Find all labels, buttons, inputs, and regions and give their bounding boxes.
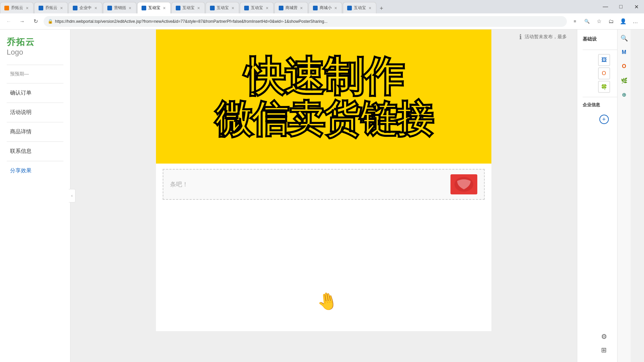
- input-placeholder-text: 条吧！: [170, 180, 450, 188]
- nav-divider-4: [7, 122, 63, 122]
- tab-3-favicon: [73, 6, 77, 10]
- tab-8-favicon: [244, 6, 249, 10]
- reader-button[interactable]: ≡: [570, 16, 580, 27]
- tab-4[interactable]: 营销括 ×: [103, 2, 137, 13]
- tab-2[interactable]: 乔拓云 ×: [34, 2, 68, 13]
- tab-6-favicon: [176, 6, 180, 10]
- right-icon-1[interactable]: 🖼: [598, 54, 610, 66]
- browser-ext-2[interactable]: O: [618, 60, 630, 72]
- tab-bar: 乔拓云 × 乔拓云 × 企业中 × 营销括 ×: [0, 0, 644, 13]
- nav-divider-6: [7, 161, 63, 161]
- address-actions: ≡ 🔍 ☆ 🗂 👤 …: [570, 16, 641, 27]
- red-button-icon: [454, 176, 474, 193]
- tab-6-close[interactable]: ×: [197, 5, 201, 11]
- browser-search-icon[interactable]: 🔍: [618, 32, 630, 44]
- zoom-button[interactable]: 🔍: [582, 16, 592, 27]
- tab-8[interactable]: 互动宝 ×: [240, 2, 273, 13]
- new-tab-button[interactable]: +: [377, 4, 386, 13]
- tab-7-close[interactable]: ×: [231, 5, 235, 11]
- nav-item-3[interactable]: 商品详情: [0, 124, 70, 140]
- tab-2-close[interactable]: ×: [59, 5, 63, 11]
- minimize-button[interactable]: —: [598, 0, 613, 13]
- tab-7-favicon: [210, 6, 215, 10]
- tab-1[interactable]: 乔拓云 ×: [0, 2, 34, 13]
- nav-divider-1: [7, 65, 63, 65]
- status-bar: ℹ 活动暂未发布，最多: [516, 29, 570, 44]
- tab-1-close[interactable]: ×: [25, 5, 29, 11]
- right-icon-3[interactable]: 🍀: [598, 81, 610, 93]
- browser-ext-1[interactable]: M: [618, 46, 630, 58]
- back-button[interactable]: ←: [3, 16, 14, 27]
- nav-item-1[interactable]: 确认订单: [0, 85, 70, 101]
- tab-9-favicon: [279, 6, 283, 10]
- browser-window: 乔拓云 × 乔拓云 × 企业中 × 营销括 ×: [0, 0, 644, 362]
- nav-item-5[interactable]: 分享效果: [0, 163, 70, 179]
- nav-item-2[interactable]: 活动说明: [0, 104, 70, 121]
- nav-divider-5: [7, 141, 63, 142]
- browser-ext-3[interactable]: 🌿: [618, 74, 630, 86]
- banner-line1: 快速制作: [215, 54, 432, 99]
- tab-8-title: 互动宝: [251, 5, 263, 11]
- tab-10[interactable]: 商城小 ×: [309, 2, 342, 13]
- logo-container: 乔拓云: [7, 36, 63, 48]
- right-icon-2[interactable]: O: [598, 67, 610, 79]
- tab-11-favicon: [347, 6, 352, 10]
- tab-2-title: 乔拓云: [45, 5, 57, 11]
- url-bar[interactable]: 🔒 https://hdm.webportal.top/version2/edi…: [44, 16, 567, 27]
- tabs-container: 乔拓云 × 乔拓云 × 企业中 × 营销括 ×: [0, 2, 598, 13]
- nav-item-0[interactable]: 预预期—: [0, 66, 70, 82]
- red-button[interactable]: [450, 174, 477, 194]
- close-button[interactable]: ✕: [629, 0, 644, 13]
- info-icon: ℹ: [519, 33, 522, 41]
- main-content: 乔拓云 Logo 预预期— 确认订单 活动说明 商品详情 联系信息 分享效果 ‹: [0, 29, 631, 362]
- input-row: 条吧！: [163, 169, 485, 200]
- forward-button[interactable]: →: [17, 16, 28, 27]
- tab-10-title: 商城小: [320, 5, 332, 11]
- star-button[interactable]: ☆: [594, 16, 604, 27]
- tab-8-close[interactable]: ×: [265, 5, 269, 11]
- tab-5-close[interactable]: ×: [162, 5, 166, 11]
- tab-3-close[interactable]: ×: [94, 5, 98, 11]
- tab-9[interactable]: 商城营 ×: [274, 2, 308, 13]
- collapse-arrow[interactable]: ‹: [69, 189, 75, 202]
- status-text: 活动暂未发布，最多: [525, 34, 567, 40]
- collections-button[interactable]: 🗂: [606, 16, 616, 27]
- tab-7[interactable]: 互动宝 ×: [206, 2, 239, 13]
- tab-10-favicon: [313, 6, 318, 10]
- nav-divider-2: [7, 83, 63, 83]
- tab-4-close[interactable]: ×: [128, 5, 132, 11]
- logo-text-en: Logo: [7, 48, 23, 56]
- canvas-scroll: 快速制作 微信卖货链接 条吧！: [70, 29, 577, 362]
- banner-line2: 微信卖货链接: [215, 99, 432, 139]
- lock-icon: 🔒: [48, 19, 53, 24]
- nav-item-4[interactable]: 联系信息: [0, 143, 70, 160]
- tab-5-favicon: [142, 6, 146, 10]
- page-canvas: 快速制作 微信卖货链接 条吧！: [156, 29, 491, 331]
- banner[interactable]: 快速制作 微信卖货链接: [156, 29, 491, 164]
- menu-button[interactable]: …: [630, 16, 641, 27]
- canvas-area: ℹ 活动暂未发布，最多 快速制作 微信卖货链接 条吧！: [70, 29, 577, 362]
- address-bar: ← → ↻ 🔒 https://hdm.webportal.top/versio…: [0, 13, 644, 29]
- grid-icon[interactable]: ⊞: [598, 344, 610, 356]
- tab-4-title: 营销括: [114, 5, 126, 11]
- tab-9-close[interactable]: ×: [300, 5, 304, 11]
- browser-right-sidebar: 🔍 M O 🌿 ⊕: [617, 29, 631, 362]
- tab-3-title: 企业中: [79, 5, 92, 11]
- maximize-button[interactable]: □: [613, 0, 629, 13]
- tab-2-favicon: [39, 6, 43, 10]
- settings-icon[interactable]: ⚙: [598, 330, 610, 343]
- tab-11[interactable]: 互动宝 ×: [343, 2, 376, 13]
- tab-1-favicon: [4, 6, 9, 10]
- tab-5[interactable]: 互动宝 ×: [137, 2, 171, 13]
- tab-6[interactable]: 互动宝 ×: [171, 2, 205, 13]
- tab-4-favicon: [107, 6, 112, 10]
- tab-3[interactable]: 企业中 ×: [68, 2, 102, 13]
- add-button[interactable]: +: [599, 115, 609, 124]
- browser-ext-4[interactable]: ⊕: [618, 88, 630, 101]
- profile-button[interactable]: 👤: [618, 16, 629, 27]
- hand-cursor: 🤚: [315, 290, 339, 313]
- tab-10-close[interactable]: ×: [334, 5, 338, 11]
- tab-11-close[interactable]: ×: [368, 5, 372, 11]
- tab-1-title: 乔拓云: [11, 5, 23, 11]
- refresh-button[interactable]: ↻: [30, 16, 41, 27]
